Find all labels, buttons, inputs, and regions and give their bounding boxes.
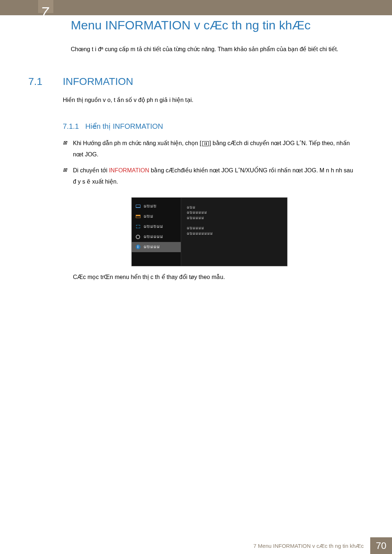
menu-icon — [202, 141, 209, 146]
osd-item-resize: 설정설정설설 — [132, 222, 181, 232]
info-icon: i — [135, 245, 141, 249]
page-footer: 7 Menu INFORMATION v cÆc th ng tin khÆc … — [253, 537, 392, 554]
step-1: ⊠ Khi Hướng dẫn ph m chức năng xuất hiện… — [63, 138, 356, 160]
osd-label-1: 설정설정 — [143, 204, 156, 209]
section-heading: 7.1 INFORMATION — [36, 76, 356, 87]
section-title: INFORMATION — [63, 76, 133, 87]
osd-item-color: 설정설 — [132, 212, 181, 222]
step2-highlight: INFORMATION — [109, 167, 149, 173]
gear-icon — [135, 235, 141, 239]
subsection-number: 7.1.1 — [63, 122, 85, 131]
osd-panel: 설정설 설정설설설설설 설정설설설설 설정설설설설 설정설설설설설설설 — [181, 198, 287, 266]
osd-item-settings: 설정설설설설 — [132, 232, 181, 242]
step-marker-icon: ⊠ — [63, 165, 73, 187]
subsection-heading: 7.1.1 Hiển thị INFORMATION — [63, 122, 356, 131]
osd-right-l5: 설정설설설설설설설 — [187, 231, 282, 236]
step1-part-a: Khi Hướng dẫn ph m chức năng xuất hiện, … — [73, 140, 201, 146]
page-title: Menu INFORMATION v cÆc th ng tin khÆc — [71, 18, 356, 32]
osd-right-l3: 설정설설설설 — [187, 216, 282, 221]
osd-label-2: 설정설 — [143, 214, 153, 219]
osd-item-picture: 설정설정 — [132, 201, 181, 212]
osd-right-l2: 설정설설설설설 — [187, 210, 282, 215]
monitor-icon — [135, 204, 141, 209]
osd-label-5: 설정설설설 — [143, 245, 160, 249]
step-2-text: Di chuyền tới INFORMATION bằng cÆchđiều … — [73, 165, 356, 187]
step-1-text: Khi Hướng dẫn ph m chức năng xuất hiện, … — [73, 138, 356, 160]
osd-right-l1: 설정설 — [187, 205, 282, 210]
intro-text: Chœng t i đª cung cấp m tả chi tiết của … — [71, 45, 341, 54]
chapter-number: 7 — [41, 4, 49, 21]
osd-right-l4: 설정설설설설 — [187, 226, 282, 231]
subsection-title: Hiển thị INFORMATION — [85, 122, 163, 131]
resize-icon — [135, 225, 141, 229]
step-list: ⊠ Khi Hướng dẫn ph m chức năng xuất hiện… — [63, 138, 356, 187]
osd-label-4: 설정설설설설 — [143, 234, 163, 239]
step2-part-a: Di chuyền tới — [73, 167, 109, 173]
note-text: CÆc mọc trŒn menu hển thị c th ể thay đổ… — [73, 274, 225, 280]
step-marker-icon: ⊠ — [63, 138, 73, 160]
osd-menu: 설정설정 설정설 설정설정설설 설정설설설설 i 설정설설설 — [131, 197, 287, 266]
page-header-bar: 7 — [0, 0, 392, 15]
note-row: CÆc mọc trŒn menu hển thị c th ể thay đổ… — [63, 274, 356, 280]
osd-item-information: i 설정설설설 — [132, 242, 181, 252]
footer-page-number: 70 — [370, 537, 392, 554]
osd-label-3: 설정설정설설 — [143, 224, 163, 229]
osd-sidebar: 설정설정 설정설 설정설정설설 설정설설설설 i 설정설설설 — [132, 198, 181, 266]
section-para: Hiền thị nguồn v o, t ần số v độ ph n gi… — [63, 95, 356, 105]
osd-screenshot-wrap: 설정설정 설정설 설정설정설설 설정설설설설 i 설정설설설 — [63, 197, 356, 266]
content-area: Menu INFORMATION v cÆc th ng tin khÆc Ch… — [0, 18, 392, 280]
frame-icon — [135, 214, 141, 219]
footer-text: 7 Menu INFORMATION v cÆc th ng tin khÆc — [253, 543, 370, 549]
section-number: 7.1 — [28, 76, 63, 87]
step-2: ⊠ Di chuyền tới INFORMATION bằng cÆchđiề… — [63, 165, 356, 187]
